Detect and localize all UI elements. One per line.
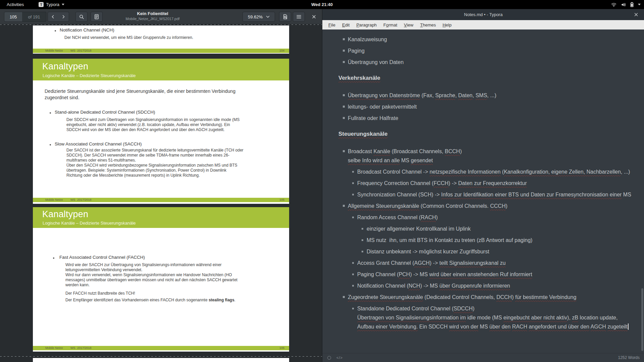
pdf-scroll-area[interactable]: Notification Channel (NCH) Der NCH wird … xyxy=(0,24,322,362)
markdown-heading[interactable]: Steuerungskanäle xyxy=(338,130,387,138)
editor-scrollbar-thumb[interactable] xyxy=(641,288,643,351)
bullet-icon xyxy=(50,112,51,114)
slide-bullet-title: Stand-alone Dedicated Control Channel (S… xyxy=(55,110,155,115)
hamburger-menu-button[interactable] xyxy=(293,12,305,22)
close-icon xyxy=(312,15,316,19)
clock[interactable]: Wed 21:40 xyxy=(0,2,644,7)
gnome-top-bar: Activities T Typora Wed 21:40 xyxy=(0,0,644,9)
markdown-list-item[interactable]: Paging xyxy=(348,46,365,55)
slide-bullet-title: Fast Associated Control Channel (FACCH) xyxy=(59,255,145,260)
pdf-page-105: Kanaltypen Logische Kanäle – Dedizierte … xyxy=(33,59,289,204)
bullet-square-icon xyxy=(343,50,345,52)
thumbnail-list-icon xyxy=(94,14,99,19)
menu-view[interactable]: View xyxy=(400,20,417,29)
source-code-mode-icon[interactable]: </> xyxy=(336,356,343,360)
sidebar-toggle-button[interactable] xyxy=(91,12,103,22)
footer-page-number: 106 xyxy=(279,346,284,350)
bullet-square-icon xyxy=(362,251,363,252)
scroll-undershoot-bottom xyxy=(0,356,322,357)
text-cursor xyxy=(628,323,629,330)
slide-bullet-body: Der SACCH ist der assoziierte Steuerungs… xyxy=(66,148,244,178)
page-number-input[interactable]: 105 xyxy=(4,12,22,22)
slide-paragraph: Der Empfänger identifiziert das Vorhande… xyxy=(65,298,235,303)
markdown-list-item[interactable]: Access Grant Channel (AGCH) -> teilt Sig… xyxy=(357,258,505,267)
markdown-list-item[interactable]: Random Access Channel (RACH) xyxy=(357,213,438,222)
wifi-icon xyxy=(611,2,616,7)
typora-window-title: Notes.md • - Typora xyxy=(464,12,503,17)
bullet-icon xyxy=(55,30,56,32)
markdown-list-item[interactable]: Paging Channel (PCH) -> MS wird über ein… xyxy=(357,270,532,279)
footer-term: WS xyxy=(70,198,75,201)
typora-close-button[interactable] xyxy=(632,9,640,20)
volume-icon xyxy=(621,2,626,7)
menu-edit[interactable]: Edit xyxy=(339,20,353,29)
bullet-square-icon xyxy=(352,308,354,309)
bullet-square-icon xyxy=(352,194,354,195)
bullet-square-icon xyxy=(343,38,345,40)
menu-themes[interactable]: Themes xyxy=(417,20,439,29)
markdown-list-item[interactable]: einziger allgemeiner Kontrollkanal im Up… xyxy=(367,224,471,233)
markdown-list-item[interactable]: Distanz unbekannt -> möglichst kurzer Zu… xyxy=(367,247,489,256)
markdown-editor[interactable]: KanalzuweisungPagingÜbertragung von Date… xyxy=(322,29,644,353)
slide-bullet-body: Der NCH wird verwendet, um eine MS über … xyxy=(64,35,193,40)
typora-menubar: FileEditParagraphFormatViewThemesHelp xyxy=(322,20,644,29)
system-tray[interactable] xyxy=(611,0,641,9)
markdown-list-item[interactable]: Übertragung von Datenströme (Fax, Sprach… xyxy=(348,91,496,100)
slide-header: Kanaltypen Logische Kanäle – Dedizierte … xyxy=(33,207,289,228)
pdf-page-107-sliver xyxy=(33,358,289,362)
close-icon xyxy=(634,13,638,16)
markdown-heading[interactable]: Verkehrskanäle xyxy=(338,74,380,82)
slide-paragraph: Der FACCH nutzt Bandbreite des TCH! xyxy=(65,291,135,296)
menu-file[interactable]: File xyxy=(325,20,339,29)
footer-term: WS xyxy=(70,49,75,52)
markdown-list-item[interactable]: Fullrate oder Halfrate xyxy=(348,114,398,123)
markdown-list-item[interactable]: Synchronization Channel (SCH) -> Infos z… xyxy=(357,190,631,199)
markdown-list-item[interactable]: Übertragung von Daten xyxy=(348,58,404,67)
typora-window: Notes.md • - Typora FileEditParagraphFor… xyxy=(322,9,644,362)
menu-format[interactable]: Format xyxy=(380,20,400,29)
typora-statusbar: </> 1252 Words xyxy=(322,353,644,362)
slide-bullet-body: Der SDCCH wird zum Übertragen von Signal… xyxy=(66,117,239,132)
footer-course: Mobile Netze xyxy=(45,346,63,350)
pdf-toolbar: 105 of 191 Kein Folientitel Mobile_Netze… xyxy=(0,9,322,24)
slide-footer: Mobile Netze WS 2017/2018 104 xyxy=(33,49,289,53)
word-count[interactable]: 1252 Words xyxy=(618,355,640,360)
footer-page-number: 104 xyxy=(279,49,284,52)
markdown-list-item[interactable]: Broadcast Kanäle (Broadcast Channels, BC… xyxy=(348,147,462,165)
slide-intro: Dedizierte Steuerungskanäle sind jene St… xyxy=(45,88,235,101)
scroll-undershoot-top xyxy=(0,24,322,25)
markdown-list-item[interactable]: leitungs- oder paketvermittelt xyxy=(348,102,417,111)
menu-help[interactable]: Help xyxy=(439,20,455,29)
search-button[interactable] xyxy=(75,12,88,22)
footer-year: 2017/2018 xyxy=(77,346,92,350)
footer-year: 2017/2018 xyxy=(77,198,92,201)
markdown-list-item[interactable]: MS nutz ihn, um mit BTS in Kontakt zu tr… xyxy=(367,236,532,245)
bullet-square-icon xyxy=(352,262,354,264)
bullet-square-icon xyxy=(352,274,354,275)
slide-footer: Mobile Netze WS 2017/2018 106 xyxy=(33,346,289,350)
next-page-button[interactable] xyxy=(58,12,69,22)
markdown-list-item[interactable]: Broadcast Control Channel -> netzspezifi… xyxy=(357,167,630,176)
slide-header: Kanaltypen Logische Kanäle – Dedizierte … xyxy=(33,59,289,80)
zoom-level-dropdown[interactable]: 59.62% xyxy=(243,12,275,22)
markdown-list-item[interactable]: Frequency Correction Channel (FCCH) -> D… xyxy=(357,179,527,188)
battery-icon xyxy=(630,2,634,7)
pdf-close-button[interactable] xyxy=(309,12,319,22)
hamburger-menu-icon xyxy=(297,15,301,19)
slide-subtitle: Logische Kanäle – Dedizierte Steuerungsk… xyxy=(43,73,136,78)
menu-paragraph[interactable]: Paragraph xyxy=(353,20,380,29)
markdown-list-item[interactable]: Notification Channel (NCH) -> MS über Gr… xyxy=(357,281,510,290)
markdown-list-item[interactable]: Kanalzuweisung xyxy=(348,35,387,44)
bullet-square-icon xyxy=(343,106,345,108)
chevron-left-icon xyxy=(51,15,55,19)
outline-circle-icon[interactable] xyxy=(327,356,331,360)
fit-page-button[interactable] xyxy=(279,12,291,22)
typora-titlebar[interactable]: Notes.md • - Typora xyxy=(322,9,644,20)
markdown-list-item[interactable]: Zugeordnete Steuerungskanäle (Dedicated … xyxy=(348,293,576,302)
markdown-list-item[interactable]: Standalone Dedicated Control Channel (SD… xyxy=(357,304,629,331)
bullet-square-icon xyxy=(343,61,345,63)
previous-page-button[interactable] xyxy=(48,12,58,22)
bullet-square-icon xyxy=(362,228,363,230)
markdown-list-item[interactable]: Allgemeine Steuerungskanäle (Common Cont… xyxy=(348,201,507,210)
slide-bullet-body: Wird wie der SACCH zur Übertragung von S… xyxy=(65,262,237,288)
